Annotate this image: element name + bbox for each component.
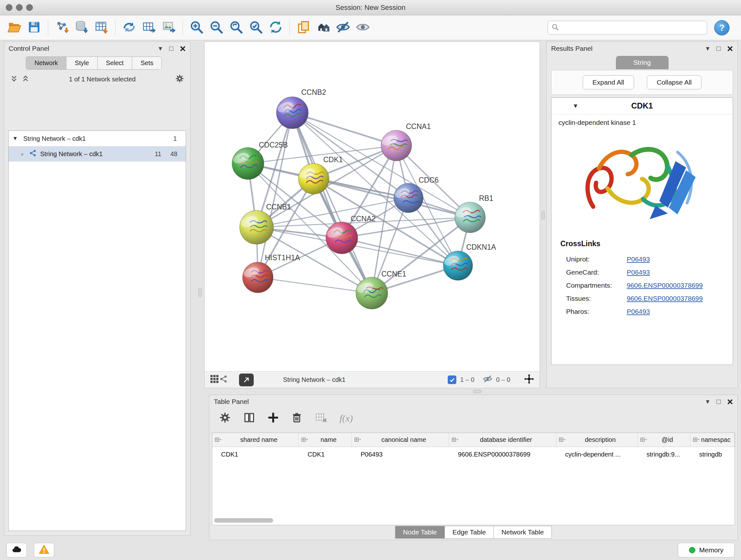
tab-network-table[interactable]: Network Table (494, 526, 552, 539)
selected-checkbox-icon[interactable] (448, 375, 456, 384)
table-cell[interactable]: 9606.ENSP00000378699 (449, 451, 556, 458)
network-node[interactable] (242, 262, 273, 293)
search-input[interactable] (559, 23, 704, 32)
network-edge[interactable] (292, 113, 396, 145)
network-node[interactable] (394, 183, 423, 212)
open-session-button[interactable] (4, 18, 24, 38)
copy-document-button[interactable] (293, 18, 313, 38)
home-views-button[interactable] (313, 18, 333, 38)
network-node[interactable] (239, 210, 273, 244)
panel-close-icon[interactable]: × (727, 44, 733, 54)
crosslink-link[interactable]: P06493 (627, 255, 650, 263)
collapse-all-icon[interactable] (10, 74, 18, 84)
right-splitter-handle[interactable] (542, 211, 545, 220)
network-node[interactable] (355, 277, 388, 309)
tab-sets[interactable]: Sets (132, 57, 161, 69)
zoom-selected-button[interactable] (246, 18, 266, 38)
network-node[interactable] (455, 202, 485, 233)
scrollbar-thumb[interactable] (214, 518, 273, 523)
left-splitter-handle[interactable] (199, 288, 202, 297)
table-settings-gear-icon[interactable] (219, 412, 231, 425)
zoom-out-button[interactable] (206, 18, 226, 38)
hide-panel-button[interactable] (333, 18, 353, 38)
window-close-button[interactable] (6, 4, 12, 11)
search-field[interactable] (548, 21, 707, 35)
horizontal-splitter-handle[interactable] (473, 390, 482, 393)
table-cell[interactable]: stringdb:9... (637, 451, 690, 458)
panel-menu-icon[interactable]: ▾ (706, 45, 710, 52)
hidden-eye-slash-icon[interactable] (483, 374, 492, 385)
network-tools-button[interactable] (119, 18, 139, 38)
network-row[interactable]: ● String Network – cdk1 11 48 (9, 146, 186, 162)
network-node[interactable] (381, 130, 412, 161)
share-network-icon[interactable] (219, 374, 228, 385)
column-header[interactable]: name (299, 433, 352, 447)
table-cell[interactable]: cyclin-dependent ... (556, 451, 637, 458)
panel-float-icon[interactable]: □ (717, 45, 721, 52)
help-button[interactable]: ? (714, 20, 730, 36)
tab-network[interactable]: Network (26, 57, 66, 69)
table-cell[interactable]: CDK1 (299, 451, 352, 458)
network-node[interactable] (232, 147, 264, 179)
delete-table-icon[interactable] (315, 411, 327, 425)
export-table-button[interactable] (139, 18, 159, 38)
tab-style[interactable]: Style (66, 57, 97, 69)
expand-all-icon[interactable] (21, 74, 30, 84)
add-column-plus-icon[interactable] (267, 412, 279, 425)
table-cell[interactable]: P06493 (352, 451, 449, 458)
column-header[interactable]: description (556, 433, 637, 447)
function-builder-icon[interactable]: f(x) (340, 413, 353, 424)
tab-node-table[interactable]: Node Table (395, 526, 445, 539)
panel-float-icon[interactable]: □ (169, 45, 173, 52)
column-header[interactable]: canonical name (352, 433, 449, 447)
tab-select[interactable]: Select (98, 57, 132, 69)
crosslink-link[interactable]: 9606.ENSP00000378699 (627, 295, 703, 302)
pan-move-icon[interactable] (524, 374, 535, 386)
column-header[interactable]: database identifier (449, 433, 556, 447)
network-node[interactable] (276, 97, 308, 129)
import-network-from-database-button[interactable] (72, 18, 91, 38)
panel-menu-icon[interactable]: ▾ (158, 45, 162, 52)
network-canvas[interactable]: CCNB2CCNA1CDC25BCDK1CDC6RB1CCNB1CCNA2CDK… (205, 42, 540, 371)
gene-header[interactable]: ▼ CDK1 (551, 98, 733, 114)
birdseye-grid-icon[interactable] (210, 374, 219, 385)
network-edge[interactable] (292, 113, 372, 293)
column-header[interactable]: shared name (212, 433, 299, 447)
collapse-all-button[interactable]: Collapse All (647, 75, 702, 89)
network-node[interactable] (326, 222, 358, 254)
panel-close-icon[interactable]: × (180, 44, 186, 54)
export-image-button[interactable] (159, 18, 179, 38)
memory-button[interactable]: Memory (678, 543, 735, 557)
gear-icon[interactable] (175, 74, 185, 85)
show-columns-icon[interactable] (243, 412, 255, 425)
refresh-button[interactable] (266, 18, 286, 38)
panel-close-icon[interactable]: × (727, 396, 733, 407)
panel-menu-icon[interactable]: ▾ (706, 398, 710, 405)
zoom-fit-button[interactable] (226, 18, 246, 38)
window-minimize-button[interactable] (16, 4, 23, 11)
delete-column-trash-icon[interactable] (291, 412, 302, 425)
horizontal-scrollbar[interactable] (214, 518, 733, 523)
crosslink-link[interactable]: P06493 (627, 268, 650, 276)
window-zoom-button[interactable] (26, 4, 33, 11)
table-cell[interactable]: CDK1 (212, 451, 299, 458)
column-header[interactable]: @id (637, 433, 690, 447)
network-node[interactable] (298, 164, 329, 194)
show-panel-button[interactable] (353, 18, 373, 38)
table-cell[interactable]: stringdb (690, 451, 735, 458)
network-collection-row[interactable]: ▼ String Network – cdk1 1 (9, 131, 186, 146)
disclosure-triangle-icon[interactable]: ▼ (12, 135, 23, 142)
network-node[interactable] (443, 251, 473, 280)
panel-float-icon[interactable]: □ (717, 398, 721, 405)
import-table-from-file-button[interactable] (91, 18, 111, 38)
warnings-button[interactable] (34, 543, 54, 557)
crosslink-link[interactable]: 9606.ENSP00000378699 (627, 282, 703, 289)
tab-string[interactable]: String (616, 56, 669, 69)
zoom-in-button[interactable] (187, 18, 206, 38)
save-session-button[interactable] (24, 18, 44, 38)
column-header[interactable]: namespac (690, 433, 735, 447)
open-in-window-button[interactable] (239, 374, 254, 386)
network-edge[interactable] (258, 277, 372, 293)
crosslink-link[interactable]: P06493 (627, 308, 650, 315)
expand-all-button[interactable]: Expand All (583, 75, 634, 89)
